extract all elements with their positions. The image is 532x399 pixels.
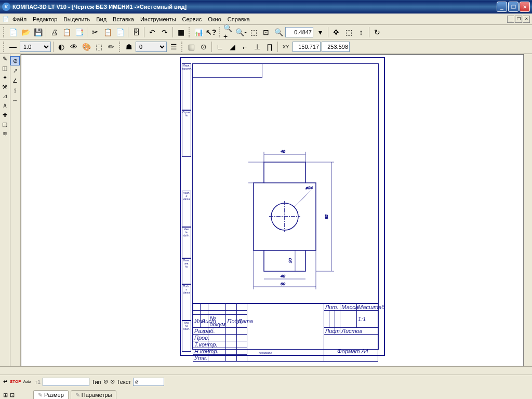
copy-button[interactable]: 📋: [102, 26, 113, 38]
dim-tool2[interactable]: ↗: [10, 66, 20, 75]
doc-close-button[interactable]: ✕: [523, 16, 530, 23]
menu-insert[interactable]: Вставка: [110, 15, 137, 23]
scale-select[interactable]: 1.0: [20, 42, 51, 52]
redo-button[interactable]: ↷: [159, 26, 170, 38]
menu-file[interactable]: Файл: [9, 15, 30, 23]
state-btn3[interactable]: 🎨: [81, 41, 92, 52]
tool-btn[interactable]: 📑: [73, 26, 85, 38]
apply-button[interactable]: ↵: [3, 378, 8, 385]
menu-tools[interactable]: Инструменты: [137, 15, 179, 23]
panel-btn8[interactable]: ▢: [0, 119, 9, 129]
menu-select[interactable]: Выделить: [60, 15, 93, 23]
layers-button[interactable]: ☰: [168, 41, 179, 52]
dim-tool3[interactable]: ∠: [10, 76, 20, 85]
properties-button[interactable]: 🗄: [130, 26, 142, 38]
tool-btn2[interactable]: ▦: [175, 26, 187, 38]
panel-btn3[interactable]: ✦: [0, 73, 9, 82]
type1-button[interactable]: ⊘: [103, 378, 108, 385]
svg-text:⌀24: ⌀24: [305, 185, 313, 190]
svg-text:40: 40: [281, 274, 285, 278]
minimize-button[interactable]: _: [497, 2, 507, 12]
t1-input[interactable]: [43, 378, 89, 386]
panel-btn2[interactable]: ◫: [0, 63, 9, 73]
panel-btn9[interactable]: ≋: [0, 129, 9, 138]
doc-restore-button[interactable]: ❐: [515, 16, 522, 23]
state-btn2[interactable]: 👁: [68, 41, 79, 52]
dropdown-icon[interactable]: ▾: [314, 26, 326, 38]
window-titlebar: K КОМПАС-3D LT V10 - [Чертеж БЕЗ ИМЕНИ1 …: [0, 0, 532, 14]
paste-button[interactable]: 📄: [114, 26, 126, 38]
snap-end-button[interactable]: ∟: [214, 41, 225, 52]
dim-tool5[interactable]: ↔: [10, 96, 20, 105]
save-button[interactable]: 💾: [32, 26, 44, 38]
menu-service[interactable]: Сервис: [179, 15, 205, 23]
zoom-input[interactable]: [285, 27, 313, 37]
auto-button[interactable]: Auto: [23, 380, 31, 383]
x-coord-input[interactable]: [292, 42, 321, 52]
dim-tool4[interactable]: ⟟: [10, 86, 20, 95]
open-button[interactable]: 📂: [20, 26, 31, 38]
print-button[interactable]: 🖨: [48, 26, 60, 38]
toolbar-handle[interactable]: [3, 27, 5, 37]
state-btn4[interactable]: ⬚: [93, 41, 104, 52]
vertical-scrollbar[interactable]: [524, 54, 532, 366]
panel-btn1[interactable]: ✎: [0, 54, 9, 63]
zoom-in-button[interactable]: 🔍+: [223, 26, 234, 38]
zoom-out-button[interactable]: 🔍-: [235, 26, 247, 38]
preview-button[interactable]: 📋: [61, 26, 72, 38]
maximize-button[interactable]: ❐: [508, 2, 518, 12]
zoom-window-button[interactable]: ⬚: [248, 26, 259, 38]
line-style-icon: —: [7, 41, 19, 52]
horizontal-scrollbar[interactable]: [0, 366, 532, 375]
snap-mid-button[interactable]: ◢: [227, 41, 238, 52]
text-input[interactable]: [133, 378, 164, 386]
panel-btn5[interactable]: ⊿: [0, 91, 9, 101]
panel-opt1[interactable]: ⊞: [3, 392, 8, 398]
menu-edit[interactable]: Редактор: [30, 15, 60, 23]
drawing-canvas[interactable]: Перв. примен. Справ. № Подп. и дата Инв.…: [21, 54, 524, 366]
stop-button[interactable]: STOP: [10, 379, 21, 384]
doc-minimize-button[interactable]: _: [507, 16, 514, 23]
zoom-prev-button[interactable]: 🔍: [273, 26, 284, 38]
coord-label: XY: [280, 41, 291, 52]
pan-button[interactable]: ✥: [330, 26, 342, 38]
menu-window[interactable]: Окно: [205, 15, 224, 23]
tab-params[interactable]: ✎Параметры: [71, 390, 117, 399]
toolbar-handle[interactable]: [119, 42, 121, 52]
undo-button[interactable]: ↶: [147, 26, 158, 38]
new-button[interactable]: 📄: [7, 26, 19, 38]
menu-view[interactable]: Вид: [93, 15, 110, 23]
cut-button[interactable]: ✂: [89, 26, 101, 38]
menu-bar: 📄 Файл Редактор Выделить Вид Вставка Инс…: [0, 14, 532, 25]
panel-btn4[interactable]: ⚒: [0, 82, 9, 91]
panel-btn6[interactable]: Ａ: [0, 101, 9, 110]
close-button[interactable]: ✕: [520, 2, 530, 12]
type2-button[interactable]: ⊙: [110, 378, 115, 385]
panel-btn7[interactable]: ✚: [0, 110, 9, 119]
panel-opt2[interactable]: ⊡: [10, 392, 15, 398]
window-title: КОМПАС-3D LT V10 - [Чертеж БЕЗ ИМЕНИ1 ->…: [12, 4, 497, 10]
snap-button[interactable]: ⊙: [198, 41, 209, 52]
toolbar-handle[interactable]: [219, 27, 221, 37]
snap-perp-button[interactable]: ∏: [264, 41, 275, 52]
variables-button[interactable]: 📊: [193, 26, 204, 38]
zoom-rect-button[interactable]: ⬚: [343, 26, 354, 38]
dim-linear-button[interactable]: ⊘: [10, 56, 20, 65]
state-btn5[interactable]: ✏: [105, 41, 117, 52]
layer-select[interactable]: 0: [136, 42, 167, 52]
zoom-fit-button[interactable]: ⊡: [260, 26, 272, 38]
toolbar-handle[interactable]: [3, 42, 5, 52]
state-btn1[interactable]: ◐: [56, 41, 67, 52]
toolbar-handle[interactable]: [189, 27, 191, 37]
arrow-button[interactable]: ↖?: [205, 26, 217, 38]
snap-int-button[interactable]: ⊥: [251, 41, 263, 52]
menu-help[interactable]: Справка: [224, 15, 253, 23]
toolbar-handle[interactable]: [181, 42, 183, 52]
property-panel: ↵ STOP Auto т1 Тип ⊘ ⊙ Текст ⊞ ⊡ ✎Размер…: [0, 375, 532, 399]
grid-button[interactable]: ▦: [185, 41, 197, 52]
snap-center-button[interactable]: ⌐: [239, 41, 250, 52]
tab-size[interactable]: ✎Размер: [33, 390, 69, 399]
zoom-dyn-button[interactable]: ↕: [355, 26, 367, 38]
y-coord-input[interactable]: [322, 42, 350, 52]
redraw-button[interactable]: ↻: [371, 26, 383, 38]
